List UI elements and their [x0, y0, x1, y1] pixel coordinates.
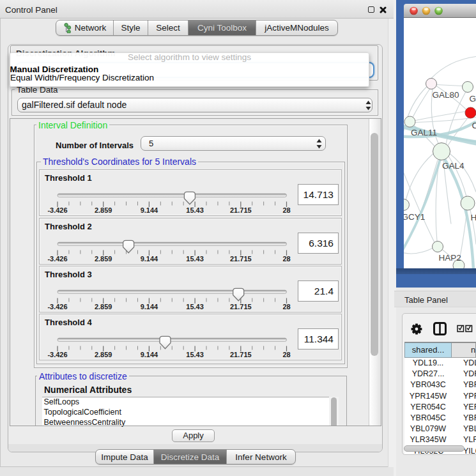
svg-text:28: 28 — [282, 303, 290, 311]
svg-text:15.43: 15.43 — [186, 351, 204, 358]
svg-text:9.144: 9.144 — [141, 206, 158, 214]
svg-text:GAL11: GAL11 — [411, 127, 437, 137]
svg-text:9.144: 9.144 — [141, 303, 158, 311]
svg-text:GAL4: GAL4 — [442, 160, 464, 170]
svg-text:2.859: 2.859 — [95, 206, 112, 214]
svg-text:15.43: 15.43 — [186, 206, 204, 214]
svg-text:CY: CY — [472, 120, 476, 130]
svg-text:15.43: 15.43 — [186, 303, 204, 311]
svg-text:2.859: 2.859 — [95, 255, 112, 263]
svg-text:-3.426: -3.426 — [47, 303, 67, 311]
svg-text:GCY1: GCY1 — [404, 211, 425, 221]
svg-text:21.715: 21.715 — [230, 255, 252, 263]
svg-text:21.715: 21.715 — [230, 206, 252, 214]
svg-text:GA: GA — [470, 93, 476, 103]
svg-text:-3.426: -3.426 — [47, 351, 67, 358]
svg-text:9.144: 9.144 — [141, 255, 158, 263]
svg-text:21.715: 21.715 — [230, 351, 252, 358]
svg-text:-3.426: -3.426 — [47, 255, 67, 263]
svg-text:28: 28 — [282, 206, 290, 214]
svg-text:15.43: 15.43 — [186, 255, 204, 263]
svg-text:21.715: 21.715 — [230, 303, 252, 311]
svg-text:HA: HA — [471, 212, 476, 222]
svg-text:HAP2: HAP2 — [439, 252, 461, 262]
svg-text:2.859: 2.859 — [95, 303, 112, 311]
svg-text:9.144: 9.144 — [141, 351, 158, 358]
svg-text:28: 28 — [282, 351, 290, 358]
svg-text:2.859: 2.859 — [95, 351, 112, 358]
svg-text:28: 28 — [282, 255, 290, 263]
svg-text:GAL80: GAL80 — [433, 89, 459, 99]
svg-text:-3.426: -3.426 — [47, 206, 67, 214]
